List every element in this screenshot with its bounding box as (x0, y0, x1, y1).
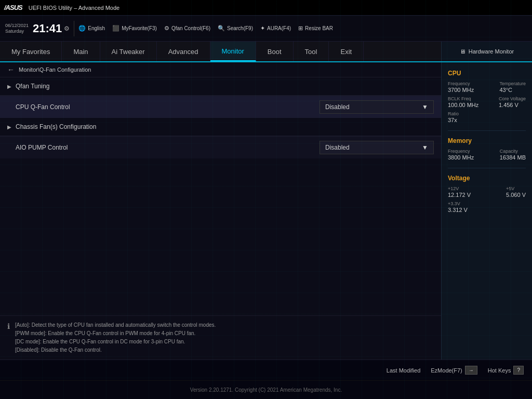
nav-tool[interactable]: Tool (294, 42, 329, 61)
v33-value: 3.312 V (448, 207, 468, 213)
cpu-freq-value: 3700 MHz (448, 87, 474, 93)
cpu-temp-value: 43°C (499, 87, 526, 93)
nav-myfavorites[interactable]: My Favorites (0, 42, 62, 61)
aura-icon: ✦ (260, 25, 265, 32)
back-button[interactable]: ← (7, 65, 15, 74)
date-line1: 06/12/2021 (5, 23, 29, 29)
aio-pump-label: AIO PUMP Control (7, 144, 320, 151)
aio-pump-dropdown[interactable]: Disabled ▼ (320, 141, 434, 154)
time-display: 21:41 (33, 23, 62, 34)
info-line-2: [PWM mode]: Enable the CPU Q-Fan control… (15, 329, 216, 338)
nav-tool-label: Tool (305, 48, 317, 56)
globe-icon: 🌐 (78, 25, 86, 32)
last-modified-btn[interactable]: Last Modified (387, 367, 420, 374)
cpu-bclk-voltage-row: BCLK Freq 100.00 MHz Core Voltage 1.456 … (448, 96, 526, 108)
nav-monitor-label: Monitor (222, 47, 244, 55)
cpu-bclk-value: 100.00 MHz (448, 102, 478, 108)
info-line-4: [Disabled]: Disable the Q-Fan control. (15, 346, 216, 354)
chassis-fan-header[interactable]: ▶ Chassis Fan(s) Configuration (0, 118, 441, 136)
date-line2: Saturday (5, 29, 29, 34)
v12-v5-row: +12V 12.172 V +5V 5.060 V (448, 186, 526, 198)
nav-monitor[interactable]: Monitor (210, 42, 256, 61)
language-label: English (88, 25, 105, 31)
top-bar: /ASUS UEFI BIOS Utility – Advanced Mode (0, 0, 532, 16)
nav-aitweaker[interactable]: Ai Tweaker (100, 42, 157, 61)
hotkeys-icon: ? (513, 366, 524, 375)
nav-exit-label: Exit (340, 48, 352, 56)
search-label: Search(F9) (227, 25, 253, 31)
search-icon: 🔍 (218, 25, 225, 32)
aura-btn[interactable]: ✦ AURA(F4) (260, 25, 291, 32)
resizebar-icon: ⊞ (298, 25, 303, 32)
content-area: ← Monitor\Q-Fan Configuration ▶ Qfan Tun… (0, 62, 441, 360)
nav-myfavorites-label: My Favorites (11, 48, 50, 56)
v12-label: +12V (448, 186, 471, 191)
cpu-temp-col: Temperature 43°C (499, 81, 526, 93)
cpu-freq-col: Frequency 3700 MHz (448, 81, 474, 93)
cpu-ratio-col: Ratio 37x (448, 111, 459, 123)
nav-boot-label: Boot (268, 48, 282, 56)
myfavorite-label: MyFavorite(F3) (122, 25, 157, 31)
aio-pump-row[interactable]: AIO PUMP Control Disabled ▼ (0, 136, 441, 158)
ezmode-arrow-icon: → (465, 366, 477, 375)
myfavorite-icon: ⬛ (112, 25, 119, 32)
nav-boot[interactable]: Boot (256, 42, 294, 61)
hw-monitor-header: 🖥 Hardware Monitor (441, 42, 532, 61)
cpu-ratio-value: 37x (448, 117, 459, 123)
mem-freq-col: Frequency 3800 MHz (448, 149, 474, 161)
cpu-qfan-dropdown[interactable]: Disabled ▼ (320, 100, 434, 114)
nav-exit[interactable]: Exit (329, 42, 364, 61)
hw-divider-2 (448, 168, 526, 168)
hw-panel: CPU Frequency 3700 MHz Temperature 43°C … (441, 62, 532, 360)
language-btn[interactable]: 🌐 English (78, 25, 105, 32)
cpu-ratio-row: Ratio 37x (448, 111, 526, 123)
cpu-temp-label: Temperature (499, 81, 526, 86)
memory-section-title: Memory (448, 137, 526, 144)
settings-icon[interactable]: ⚙ (64, 25, 70, 32)
nav-main-label: Main (73, 48, 88, 56)
myfavorite-btn[interactable]: ⬛ MyFavorite(F3) (112, 25, 157, 32)
cpu-qfan-value: Disabled (325, 103, 350, 111)
datetime-block: 06/12/2021 Saturday (5, 23, 29, 34)
bios-title: UEFI BIOS Utility – Advanced Mode (29, 5, 119, 11)
cpu-qfan-label: CPU Q-Fan Control (7, 103, 320, 111)
mem-cap-value: 16384 MB (500, 154, 526, 161)
v5-col: +5V 5.060 V (506, 186, 526, 198)
last-modified-label: Last Modified (387, 367, 420, 374)
memory-section: Memory Frequency 3800 MHz Capacity 16384… (448, 135, 526, 164)
qfan-btn[interactable]: ⚙ Qfan Control(F6) (164, 25, 210, 32)
nav-bar: My Favorites Main Ai Tweaker Advanced Mo… (0, 42, 532, 62)
resizebar-btn[interactable]: ⊞ Resize BAR (298, 25, 333, 32)
search-btn[interactable]: 🔍 Search(F9) (218, 25, 253, 32)
header-divider (74, 21, 74, 36)
qfan-tuning-label: Qfan Tuning (16, 83, 49, 90)
cpu-qfan-row[interactable]: CPU Q-Fan Control Disabled ▼ (0, 96, 441, 118)
cpu-bclk-col: BCLK Freq 100.00 MHz (448, 96, 478, 108)
cpu-section: CPU Frequency 3700 MHz Temperature 43°C … (448, 68, 526, 126)
qfan-tuning-header[interactable]: ▶ Qfan Tuning (0, 77, 441, 95)
v12-col: +12V 12.172 V (448, 186, 471, 198)
cpu-freq-label: Frequency (448, 81, 474, 86)
header-controls: 🌐 English ⬛ MyFavorite(F3) ⚙ Qfan Contro… (78, 25, 527, 32)
v5-label: +5V (506, 186, 526, 191)
voltage-section-title: Voltage (448, 175, 526, 182)
v33-label: +3.3V (448, 201, 468, 206)
nav-advanced[interactable]: Advanced (157, 42, 210, 61)
ezmode-btn[interactable]: EzMode(F7) → (431, 366, 477, 375)
aio-dropdown-arrow-icon: ▼ (422, 144, 428, 151)
version-text: Version 2.20.1271. Copyright (C) 2021 Am… (190, 387, 342, 393)
monitor-icon: 🖥 (460, 48, 466, 55)
info-text-block: [Auto]: Detect the type of CPU fan insta… (15, 321, 216, 354)
qfan-icon: ⚙ (164, 25, 169, 32)
nav-main[interactable]: Main (62, 42, 100, 61)
aura-label: AURA(F4) (267, 25, 291, 31)
dropdown-arrow-icon: ▼ (422, 103, 428, 111)
ezmode-label: EzMode(F7) (431, 367, 462, 374)
hw-monitor-title-text: Hardware Monitor (469, 48, 514, 55)
cpu-freq-temp-row: Frequency 3700 MHz Temperature 43°C (448, 81, 526, 93)
bottom-bar: Last Modified EzMode(F7) → Hot Keys ? (0, 360, 532, 380)
time-block: 21:41 ⚙ (33, 23, 70, 34)
cpu-section-title: CPU (448, 70, 526, 77)
hotkeys-btn[interactable]: Hot Keys ? (488, 366, 524, 375)
main-layout: ← Monitor\Q-Fan Configuration ▶ Qfan Tun… (0, 62, 532, 360)
